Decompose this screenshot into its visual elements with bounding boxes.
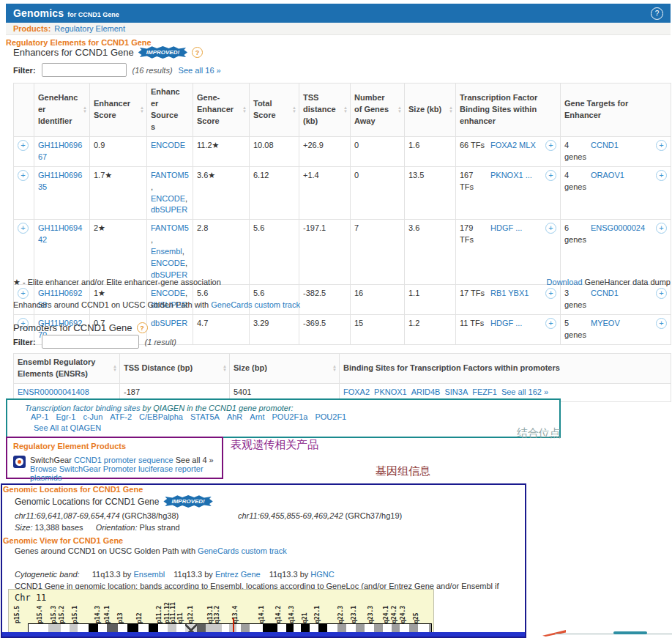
see-all-tf-link[interactable]: See all 162 » [501,387,548,398]
tf-link[interactable]: FEZF1 [472,387,497,398]
tf-link[interactable]: HDGF ... [490,223,542,234]
see-all-products[interactable]: See all 4 » [176,456,214,464]
column-label: Ensembl Regulatory Elements (ENSRs) [18,357,95,378]
expand-icon[interactable]: + [545,140,556,151]
column-header-ge-score[interactable]: Gene-Enhancer Score▲▼ [193,84,250,137]
column-header-id[interactable]: GeneHancer Identifier▲▼ [34,84,90,137]
qiagen-tf-link[interactable]: POU2F1a [272,412,308,421]
target-gene-link[interactable]: CCND1 [591,288,653,300]
target-gene-link[interactable]: MYEOV [591,318,653,330]
column-header-size[interactable]: Size (kb)▲▼ [405,84,456,137]
qiagen-tf-link[interactable]: c-Jun [83,412,102,421]
column-header-tss[interactable]: TSS Distance (bp)▲▼ [120,354,230,384]
qiagen-tf-link[interactable]: ATF-2 [110,412,132,421]
promoters-filter-input[interactable] [42,335,139,349]
qiagen-tf-link[interactable]: AhR [227,412,242,421]
qiagen-tf-link[interactable]: STAT5A [190,412,220,421]
qiagen-tf-link[interactable]: AP-1 [31,412,48,421]
download-genehancer-link[interactable]: Download [547,278,583,286]
expand-icon[interactable]: + [656,318,667,329]
qiagen-tf-link[interactable]: POU2F1 [315,412,346,421]
expand-icon[interactable]: + [656,140,667,151]
genehancer-id-link[interactable]: GH11H069442 [38,223,82,244]
results-count: (16 results) [132,66,173,75]
products-label: Products: [13,24,51,33]
products-regulatory-element-link[interactable]: Regulatory Element [54,24,125,33]
target-gene-link[interactable]: CCND1 [591,140,653,152]
help-icon[interactable]: ? [192,47,203,58]
tf-link[interactable]: HDGF ... [490,318,542,330]
qiagen-tfbs-link[interactable]: Transcription factor binding sites [25,404,141,412]
expand-icon[interactable]: + [545,318,556,329]
sort-down-arrow: ▼ [242,110,247,114]
source-link[interactable]: ENCODE [151,289,185,297]
chromosome-label: Chr 11 [15,593,46,603]
tf-link[interactable]: SIN3A [444,387,468,398]
qiagen-tf-link[interactable]: Egr-1 [56,412,75,421]
switchgear-plasmids-link[interactable]: Browse SwitchGear Promoter luciferase re… [30,464,204,482]
source-link[interactable]: Ensembl [133,570,165,579]
sort-icon[interactable]: ▲▼ [223,365,227,372]
sort-icon[interactable]: ▲▼ [397,106,402,114]
sort-icon[interactable]: ▲▼ [242,106,247,114]
qiagen-tf-link[interactable]: Arnt [250,412,264,421]
genecards-custom-track-link[interactable]: GeneCards custom track [198,546,287,555]
column-header-away[interactable]: Number of Genes Away▲▼ [351,84,405,137]
expand-icon[interactable]: + [18,140,29,151]
source-link[interactable]: dbSUPER [151,205,187,214]
expand-icon[interactable]: + [18,223,29,234]
band-label: q23.1 [351,606,357,623]
qiagen-tf-link[interactable]: C/EBPalpha [139,412,183,421]
expand-icon[interactable]: + [18,170,29,181]
expand-icon[interactable]: + [656,223,667,234]
source-link[interactable]: Ensembl [151,247,182,256]
expand-icon[interactable]: + [545,223,556,234]
expand-cell: + [14,285,34,315]
source-link[interactable]: ENCODE [151,141,185,149]
genecards-custom-track-link[interactable]: GeneCards custom track [211,300,300,309]
genehancer-id-link[interactable]: GH11H069635 [38,171,82,191]
promoter-sequence-link[interactable]: CCND1 promoter sequence [74,456,173,464]
enhancers-filter-input[interactable] [42,63,127,77]
column-header-total[interactable]: Total Score▲▼ [250,84,299,137]
sort-icon[interactable]: ▲▼ [343,106,348,114]
tf-link[interactable]: ARID4B [411,387,441,398]
expand-icon[interactable]: + [545,170,556,181]
sort-icon[interactable]: ▲▼ [113,365,117,372]
expand-icon[interactable]: + [18,288,29,299]
sort-icon[interactable]: ▲▼ [449,106,453,114]
see-all-qiagen-link[interactable]: See All at QIAGEN [34,423,101,432]
tf-link[interactable]: PKNOX1 ... [490,170,542,182]
column-header-size[interactable]: Size (bp)▲▼ [230,354,340,384]
tf-link[interactable]: FOXA2 MLX [490,140,542,152]
column-header-score[interactable]: Enhancer Score▲▼ [90,84,147,137]
genehancer-id-link[interactable]: GH11H069667 [38,141,82,161]
genehancer-id-cell: GH11H069635 [34,166,90,220]
see-all-enhancers-link[interactable]: See all 16 » [179,66,221,75]
sort-icon[interactable]: ▲▼ [83,106,87,114]
target-gene-link[interactable]: ORAOV1 [591,170,653,182]
expand-icon[interactable]: + [656,288,667,299]
tf-link[interactable]: PKNOX1 [374,387,407,398]
help-icon[interactable]: ? [651,7,663,20]
sort-icon[interactable]: ▲▼ [140,106,144,114]
sort-icon[interactable]: ▲▼ [292,106,296,114]
source-link[interactable]: ENCODE [151,259,185,267]
expand-icon[interactable]: + [545,288,556,299]
help-icon[interactable]: ? [137,322,148,333]
source-link[interactable]: Entrez Gene [215,570,261,579]
source-link[interactable]: FANTOM5 [151,171,189,179]
source-link[interactable]: FANTOM5 [151,223,189,232]
tf-link[interactable]: RB1 YBX1 [490,288,542,300]
ensr-id-link[interactable]: ENSR00000041408 [18,387,89,396]
source-link[interactable]: dbSUPER [151,319,187,327]
tf-link[interactable]: FOXA2 [343,387,370,398]
column-header-tss[interactable]: TSS distance (kb)▲▼ [299,84,351,137]
sort-icon[interactable]: ▲▼ [332,365,337,372]
orientation-label: Orientation: [96,523,138,532]
target-gene-link[interactable]: ENSG0000024 [591,223,653,234]
source-link[interactable]: ENCODE [151,194,185,203]
source-link[interactable]: HGNC [310,570,334,579]
expand-icon[interactable]: + [656,170,667,181]
column-header-ensr[interactable]: Ensembl Regulatory Elements (ENSRs)▲▼ [14,354,120,384]
